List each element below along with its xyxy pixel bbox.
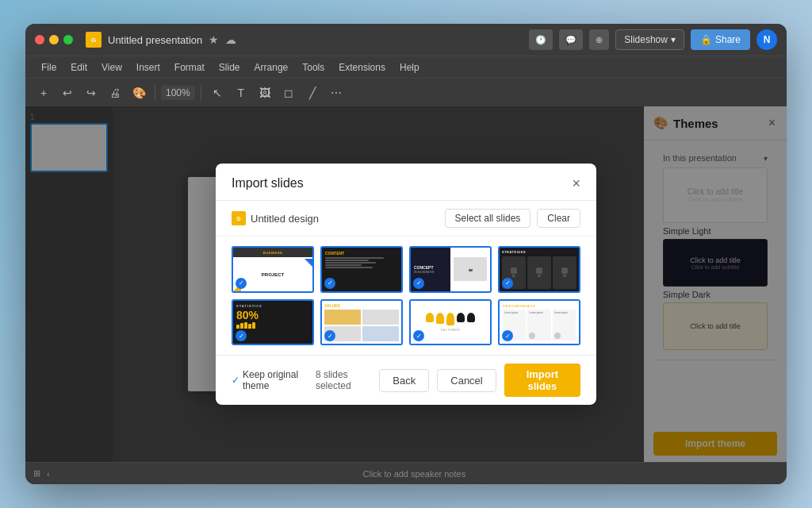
slideshow-button[interactable]: Slideshow ▾ — [615, 29, 684, 50]
toolbar-print[interactable]: 🖨 — [105, 83, 125, 103]
menu-insert[interactable]: Insert — [130, 60, 167, 75]
slide-check-7: ✓ — [413, 330, 424, 341]
slide-check-5: ✓ — [236, 330, 247, 341]
bottom-bar: ⊞ ‹ Click to add speaker notes — [25, 462, 787, 484]
menu-help[interactable]: Help — [393, 60, 426, 75]
toolbar-shapes[interactable]: ◻ — [278, 83, 299, 103]
cloud-icon[interactable]: ☁ — [225, 33, 236, 46]
menu-format[interactable]: Format — [168, 60, 211, 75]
bottom-bar-icons: ⊞ ‹ — [33, 468, 50, 479]
title-icons: ★ ☁ — [209, 33, 236, 46]
app-window: G Untitled presentation ★ ☁ 🕐 💬 ⊕ Slides… — [25, 24, 787, 484]
slide-check-6: ✓ — [324, 330, 335, 341]
user-avatar[interactable]: N — [756, 29, 777, 50]
toolbar-add[interactable]: + — [33, 83, 54, 103]
keep-theme-check-icon: ✓ — [232, 375, 239, 386]
doc-icon: G — [86, 32, 102, 48]
menu-extensions[interactable]: Extensions — [332, 60, 392, 75]
close-button[interactable] — [35, 35, 44, 44]
star-icon[interactable]: ★ — [209, 33, 219, 46]
dialog-title: Import slides — [232, 176, 304, 190]
document-title: Untitled presentation — [108, 34, 202, 46]
traffic-lights — [35, 35, 73, 44]
menu-slide[interactable]: Slide — [213, 60, 247, 75]
grid-view-icon[interactable]: ⊞ — [33, 468, 40, 479]
history-button[interactable]: 🕐 — [529, 29, 553, 50]
source-header: G Untitled design Select all slides Clea… — [216, 201, 596, 237]
import-slides-button[interactable]: Import slides — [504, 364, 580, 397]
slides-grid: BUSINESS PROJECT ✓ CONTENT — [216, 237, 596, 355]
toolbar-undo[interactable]: ↩ — [57, 83, 78, 103]
dialog-header: Import slides × — [216, 164, 596, 201]
keep-theme-label: Keep original theme — [243, 369, 308, 391]
slide-grid-item-4[interactable]: STRATEGIES 01 02 03 ✓ — [498, 246, 580, 293]
more-button[interactable]: ⊕ — [589, 29, 609, 50]
dialog-footer: ✓ Keep original theme 8 slides selected … — [216, 355, 596, 405]
clear-button[interactable]: Clear — [537, 209, 580, 228]
title-right: 🕐 💬 ⊕ Slideshow ▾ 🔒 Share N — [529, 29, 777, 50]
comment-button[interactable]: 💬 — [559, 29, 583, 50]
dialog-close-button[interactable]: × — [572, 176, 580, 190]
slides-count: 8 slides selected — [316, 369, 371, 391]
speaker-notes-area[interactable]: Click to add speaker notes — [50, 469, 779, 479]
keep-theme-option: ✓ Keep original theme — [232, 369, 308, 391]
lock-icon: 🔒 — [700, 34, 712, 45]
select-actions: Select all slides Clear — [445, 209, 580, 228]
slideshow-label: Slideshow — [624, 34, 668, 45]
modal-overlay: Import slides × G Untitled design Select… — [25, 106, 787, 462]
slide-grid-item-2[interactable]: CONTENT ✓ — [320, 246, 403, 293]
menu-file[interactable]: File — [35, 60, 63, 75]
menu-bar: File Edit View Insert Format Slide Arran… — [25, 56, 787, 78]
toolbar-redo[interactable]: ↪ — [81, 83, 102, 103]
toolbar-divider-1 — [155, 85, 155, 101]
slide-check-4: ✓ — [502, 278, 513, 289]
share-label: Share — [715, 34, 741, 45]
minimize-button[interactable] — [49, 35, 59, 44]
toolbar-image[interactable]: 🖼 — [255, 83, 275, 103]
slide-check-2: ✓ — [324, 278, 335, 289]
toolbar-lines[interactable]: ╱ — [302, 83, 323, 103]
toolbar-text[interactable]: T — [231, 83, 251, 103]
title-bar: G Untitled presentation ★ ☁ 🕐 💬 ⊕ Slides… — [25, 24, 787, 56]
menu-edit[interactable]: Edit — [64, 60, 94, 75]
toolbar-more-tools[interactable]: ⋯ — [326, 83, 347, 103]
slide-grid-item-3[interactable]: CONCEPT IN BUSINESS 📷 ✓ — [409, 246, 492, 293]
slide-check-1: ✓ — [236, 278, 247, 289]
slide-check-8: ✓ — [502, 330, 513, 341]
menu-tools[interactable]: Tools — [296, 60, 331, 75]
share-button[interactable]: 🔒 Share — [691, 29, 750, 50]
slide-grid-item-8[interactable]: TESTIMONIALS Lorem ipsum Lorem ipsum — [498, 299, 580, 346]
slide-grid-item-6[interactable]: VALUES ✓ — [320, 299, 403, 346]
back-button[interactable]: Back — [379, 369, 429, 392]
toolbar-divider-2 — [201, 85, 201, 101]
source-doc-icon: G — [232, 211, 246, 225]
menu-view[interactable]: View — [95, 60, 128, 75]
select-all-button[interactable]: Select all slides — [445, 209, 531, 228]
menu-arrange[interactable]: Arrange — [248, 60, 295, 75]
slide-grid-item-5[interactable]: STATISTICS 80% ✓ — [232, 299, 314, 346]
source-name: G Untitled design — [232, 211, 319, 225]
import-slides-dialog: Import slides × G Untitled design Select… — [216, 164, 596, 405]
slideshow-chevron-icon: ▾ — [671, 34, 676, 45]
toolbar: + ↩ ↪ 🖨 🎨 100% ↖ T 🖼 ◻ ╱ ⋯ — [25, 78, 787, 106]
cancel-button[interactable]: Cancel — [437, 369, 496, 392]
source-name-text: Untitled design — [251, 213, 319, 225]
main-area: 1 Click to add title 🎨 Themes × In thi — [25, 106, 787, 462]
zoom-level[interactable]: 100% — [161, 86, 195, 100]
slide-grid-item-7[interactable]: KEY POINTS ✓ — [409, 299, 492, 346]
slide-grid-item-1[interactable]: BUSINESS PROJECT ✓ — [232, 246, 314, 293]
slide-check-3: ✓ — [413, 278, 424, 289]
toolbar-cursor[interactable]: ↖ — [207, 83, 228, 103]
toolbar-paintformat[interactable]: 🎨 — [128, 83, 149, 103]
title-bar-content: G Untitled presentation ★ ☁ — [86, 32, 523, 48]
maximize-button[interactable] — [63, 35, 73, 44]
